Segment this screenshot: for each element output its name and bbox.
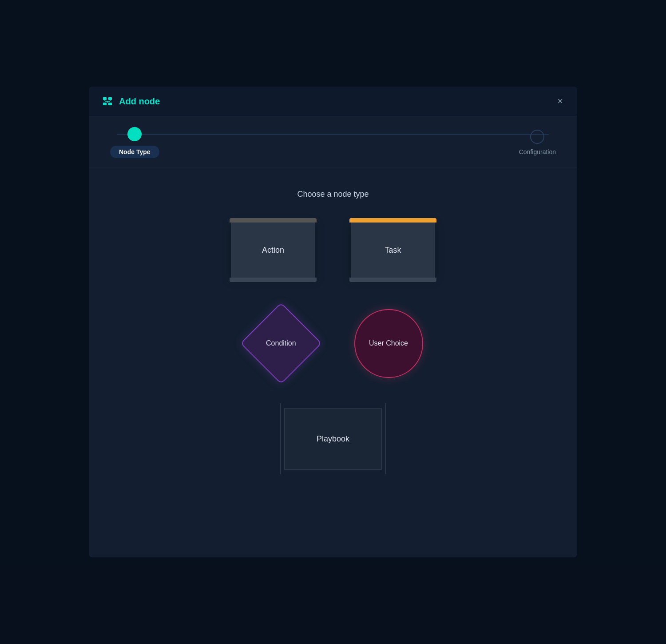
playbook-node[interactable]: Playbook [284,408,382,470]
condition-node: Condition [240,302,322,384]
nodes-row-2: Condition User Choice [243,306,423,381]
step-1-circle [127,127,142,141]
svg-rect-1 [108,97,112,100]
nodes-grid: Action Task Condition User Choice [107,221,559,470]
modal-title: Add node [119,96,160,107]
step-1[interactable]: Node Type [110,127,159,158]
step-2-circle [530,130,544,144]
task-node-label: Task [385,246,401,255]
modal-content: Choose a node type Action Task Condition [89,167,577,557]
task-node[interactable]: Task [351,221,435,279]
user-choice-node-label: User Choice [369,339,408,348]
step-2-label: Configuration [519,148,556,155]
stepper-section: Node Type Configuration [89,116,577,167]
node-icon [101,95,114,107]
step-2[interactable]: Configuration [519,130,556,155]
action-node-label: Action [262,246,284,255]
section-title: Choose a node type [297,190,369,199]
step-1-label: Node Type [110,146,159,158]
nodes-row-1: Action Task [231,221,435,279]
stepper: Node Type Configuration [110,127,556,158]
condition-node-label: Condition [266,339,296,347]
svg-rect-3 [108,103,112,105]
svg-rect-0 [103,97,107,100]
action-node[interactable]: Action [231,221,315,279]
close-button[interactable]: × [555,95,565,108]
nodes-row-3: Playbook [284,408,382,470]
svg-rect-2 [103,103,107,105]
modal-header: Add node × [89,87,577,116]
playbook-node-label: Playbook [317,434,349,444]
header-left: Add node [101,95,160,107]
step-line [117,134,549,135]
add-node-modal: Add node × Node Type Configuration Choos… [89,87,577,557]
condition-node-wrapper[interactable]: Condition [243,306,319,381]
user-choice-node[interactable]: User Choice [354,309,423,378]
